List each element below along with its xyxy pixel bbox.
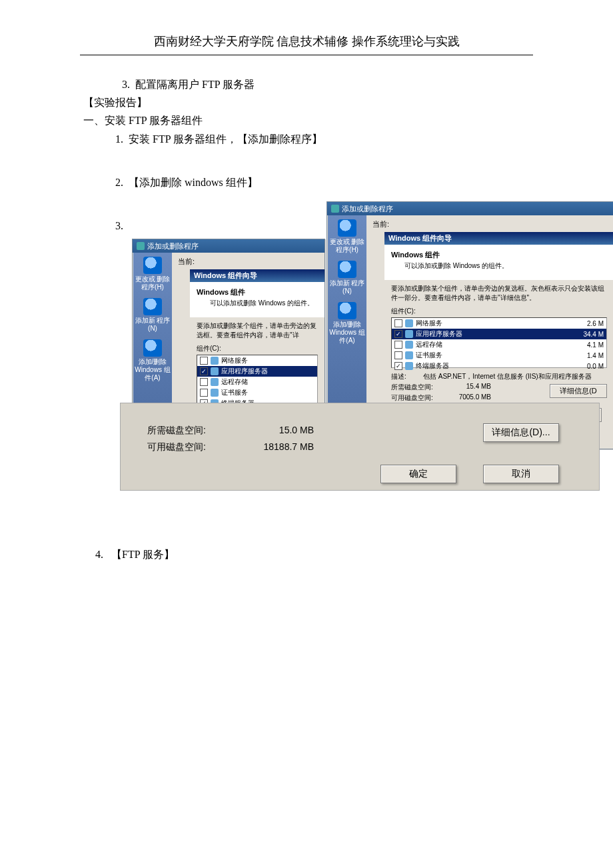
wp-sub: 可以添加或删除 Windows 的组件。: [210, 299, 318, 308]
sidebar-change-remove[interactable]: 更改或 删除 程序(H): [328, 219, 366, 254]
component-icon: [405, 319, 413, 327]
windows-comp-icon: [143, 339, 162, 357]
addremove-icon: [331, 205, 339, 213]
ok-button[interactable]: 确定: [380, 465, 456, 483]
box-icon: [338, 219, 356, 237]
cd-plus-icon: [338, 261, 356, 278]
disk-space-panel: 所需磁盘空间:15.0 MB 可用磁盘空间:18188.7 MB 详细信息(D)…: [120, 403, 600, 491]
components-label: 组件(C):: [391, 307, 607, 316]
component-icon: [405, 351, 413, 359]
sidebar-change-remove[interactable]: 更改或 删除 程序(H): [133, 257, 172, 291]
report-heading: 【实验报告】: [83, 93, 613, 111]
list-item: 网络服务: [197, 355, 317, 366]
req-label: 所需磁盘空间:: [391, 383, 444, 392]
checkbox[interactable]: [200, 389, 208, 397]
component-icon: [405, 330, 413, 338]
wizard-titlebar: Windows 组件向导: [384, 232, 613, 245]
checkbox[interactable]: [394, 351, 402, 359]
wp-head: Windows 组件: [391, 250, 607, 260]
list-item: 证书服务: [197, 387, 317, 398]
avail-val: 7005.0 MB: [444, 393, 491, 403]
checkbox[interactable]: [394, 362, 402, 370]
detail-button[interactable]: 详细信息(D: [550, 384, 607, 398]
avail-label: 可用磁盘空间:: [391, 393, 444, 403]
avail-space-label: 可用磁盘空间:: [147, 439, 234, 455]
checkbox[interactable]: [394, 341, 402, 349]
component-icon: [211, 367, 219, 375]
desc-text: 包括 ASP.NET，Internet 信息服务 (IIS)和应用程序服务器: [423, 372, 592, 381]
list-item: 证书服务1.4 M: [392, 350, 606, 361]
checkbox[interactable]: [200, 357, 208, 365]
components-label: 组件(C):: [197, 344, 318, 353]
section-1: 一、安装 FTP 服务器组件: [83, 111, 613, 129]
instructions: 要添加或删除某个组件，请单击旁边的复选框。灰色框表示只会安装该组件一部分。要查看…: [391, 284, 607, 303]
sidebar-add-new[interactable]: 添加新 程序(N): [133, 298, 172, 333]
cancel-button[interactable]: 取消: [483, 465, 559, 483]
components-listbox[interactable]: 网络服务2.6 M 应用程序服务器34.4 M 远程存储4.1 M 证书服务1.…: [391, 317, 607, 368]
wizard-panel: Windows 组件 可以添加或删除 Windows 的组件。: [384, 245, 613, 280]
titlebar: 添加或删除程序: [133, 239, 324, 253]
windows-comp-icon: [338, 302, 356, 319]
sidebar-windows-comp[interactable]: 添加/删除 Windows 组件(A): [133, 339, 172, 382]
list-item: 远程存储: [197, 377, 317, 387]
checkbox[interactable]: [200, 378, 208, 386]
components-listbox[interactable]: 网络服务 应用程序服务器 远程存储 证书服务 终端服务器: [197, 355, 318, 405]
titlebar: 添加或删除程序: [327, 202, 613, 215]
wizard-panel: Windows 组件 可以添加或删除 Windows 的组件。: [190, 282, 324, 317]
page-header: 西南财经大学天府学院 信息技术辅修 操作系统理论与实践: [80, 33, 533, 55]
checkbox[interactable]: [200, 367, 208, 375]
wizard-titlebar: Windows 组件向导: [190, 269, 324, 282]
req-space-value: 15.0 MB: [234, 422, 314, 439]
box-icon: [143, 257, 162, 274]
current-label: 当前:: [178, 257, 195, 265]
instructions: 要添加或删除某个组件，请单击旁边的复选框。要查看组件内容，请单击"详: [197, 321, 318, 340]
checkbox[interactable]: [394, 330, 402, 338]
step-4: 【FTP 服务】: [111, 549, 175, 560]
checkbox[interactable]: [394, 319, 402, 327]
desc-label: 描述:: [391, 372, 423, 381]
list-item: 网络服务2.6 M: [392, 318, 606, 329]
step-1: 安装 FTP 服务器组件，【添加删除程序】: [129, 133, 322, 145]
step-2: 【添加删除 windows 组件】: [129, 177, 258, 188]
list-item: 终端服务器0.0 M: [392, 361, 606, 371]
list-item: 应用程序服务器34.4 M: [392, 329, 606, 339]
req-space-label: 所需磁盘空间:: [147, 422, 234, 439]
current-label: 当前:: [372, 220, 389, 228]
detail-button[interactable]: 详细信息(D)...: [483, 423, 559, 442]
sidebar-windows-comp[interactable]: 添加/删除 Windows 组件(A): [328, 302, 366, 345]
cd-plus-icon: [143, 298, 162, 315]
window-title: 添加或删除程序: [342, 204, 393, 214]
window-title: 添加或删除程序: [147, 241, 199, 251]
list-item: 应用程序服务器: [197, 366, 317, 377]
sidebar-add-new[interactable]: 添加新 程序(N): [328, 261, 366, 295]
avail-space-value: 18188.7 MB: [234, 439, 314, 455]
component-icon: [211, 357, 219, 365]
req-val: 15.4 MB: [444, 383, 491, 392]
li-3: 配置隔离用户 FTP 服务器: [135, 79, 255, 90]
component-icon: [211, 389, 219, 397]
component-icon: [211, 378, 219, 386]
wp-sub: 可以添加或删除 Windows 的组件。: [404, 261, 607, 271]
wp-head: Windows 组件: [197, 287, 318, 297]
component-icon: [405, 362, 413, 370]
component-icon: [405, 341, 413, 349]
addremove-icon: [137, 242, 145, 250]
list-item: 远程存储4.1 M: [392, 339, 606, 350]
